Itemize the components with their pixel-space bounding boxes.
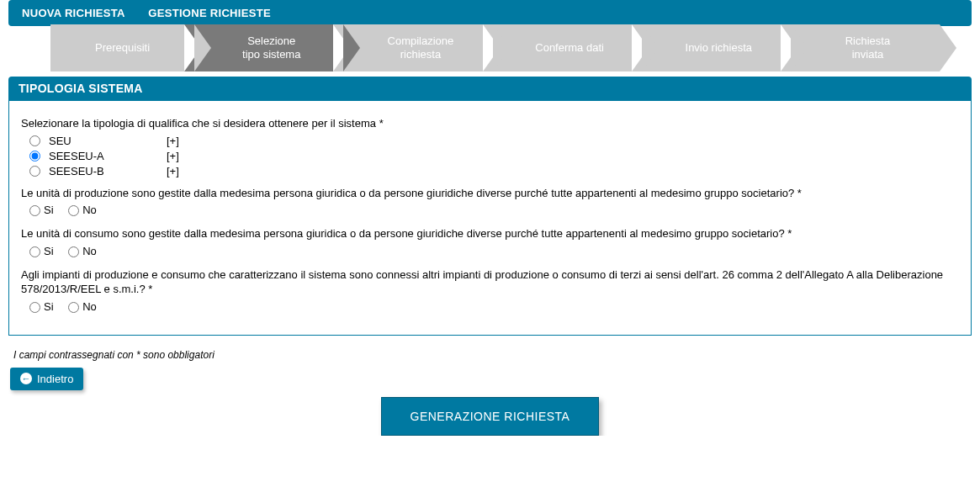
radio-terzi-si[interactable] bbox=[29, 302, 40, 313]
option-seeseu-b: SEESEU-B [+] bbox=[29, 165, 959, 177]
radio-seeseu-b[interactable] bbox=[29, 166, 40, 177]
radio-seeseu-a[interactable] bbox=[29, 151, 40, 161]
expand-seeseu-a[interactable]: [+] bbox=[167, 150, 179, 162]
question-consumo: Le unità di consumo sono gestite dalla m… bbox=[21, 226, 959, 241]
expand-seeseu-b[interactable]: [+] bbox=[167, 165, 179, 177]
radio-consumo-si[interactable] bbox=[29, 246, 40, 257]
options-produzione: Si No bbox=[29, 204, 959, 216]
required-note: I campi contrassegnati con * sono obblig… bbox=[13, 349, 972, 361]
back-arrow-icon: ← bbox=[20, 373, 32, 384]
options-consumo: Si No bbox=[29, 245, 959, 257]
option-produzione-no: No bbox=[68, 204, 97, 216]
radio-terzi-no[interactable] bbox=[68, 302, 79, 313]
label-seeseu-a: SEESEU-A bbox=[49, 150, 167, 162]
section-body: Selezionare la tipologia di qualifica ch… bbox=[8, 100, 972, 336]
option-consumo-si: Si bbox=[29, 245, 54, 257]
option-consumo-no: No bbox=[68, 245, 97, 257]
options-tipologia: SEU [+] SEESEU-A [+] SEESEU-B [+] bbox=[29, 135, 959, 177]
wizard-steps: Prerequisiti Selezione tipo sistema Comp… bbox=[8, 34, 972, 77]
expand-seu[interactable]: [+] bbox=[167, 135, 179, 147]
step-prerequisiti: Prerequisiti bbox=[50, 24, 194, 71]
option-terzi-no: No bbox=[68, 300, 97, 313]
option-produzione-si: Si bbox=[29, 204, 54, 216]
question-impianti-terzi: Agli impianti di produzione e consumo ch… bbox=[21, 267, 959, 297]
generate-request-button[interactable]: GENERAZIONE RICHIESTA bbox=[381, 397, 600, 436]
nav-gestione-richieste[interactable]: GESTIONE RICHIESTE bbox=[148, 7, 271, 19]
radio-seu[interactable] bbox=[29, 135, 40, 146]
options-impianti-terzi: Si No bbox=[29, 300, 959, 313]
back-button-label: Indietro bbox=[37, 373, 73, 385]
label-seeseu-b: SEESEU-B bbox=[49, 165, 167, 177]
question-produzione: Le unità di produzione sono gestite dall… bbox=[21, 186, 959, 201]
option-terzi-si: Si bbox=[29, 300, 54, 313]
radio-produzione-si[interactable] bbox=[29, 205, 40, 216]
section-title: TIPOLOGIA SISTEMA bbox=[8, 77, 972, 100]
nav-nuova-richiesta[interactable]: NUOVA RICHIESTA bbox=[22, 7, 125, 19]
option-seu: SEU [+] bbox=[29, 135, 959, 147]
top-nav: NUOVA RICHIESTA GESTIONE RICHIESTE bbox=[8, 0, 972, 26]
back-button[interactable]: ← Indietro bbox=[10, 368, 83, 390]
radio-produzione-no[interactable] bbox=[68, 205, 79, 216]
radio-consumo-no[interactable] bbox=[68, 246, 79, 257]
label-seu: SEU bbox=[49, 135, 167, 147]
question-tipologia: Selezionare la tipologia di qualifica ch… bbox=[21, 116, 959, 131]
option-seeseu-a: SEESEU-A [+] bbox=[29, 150, 959, 162]
